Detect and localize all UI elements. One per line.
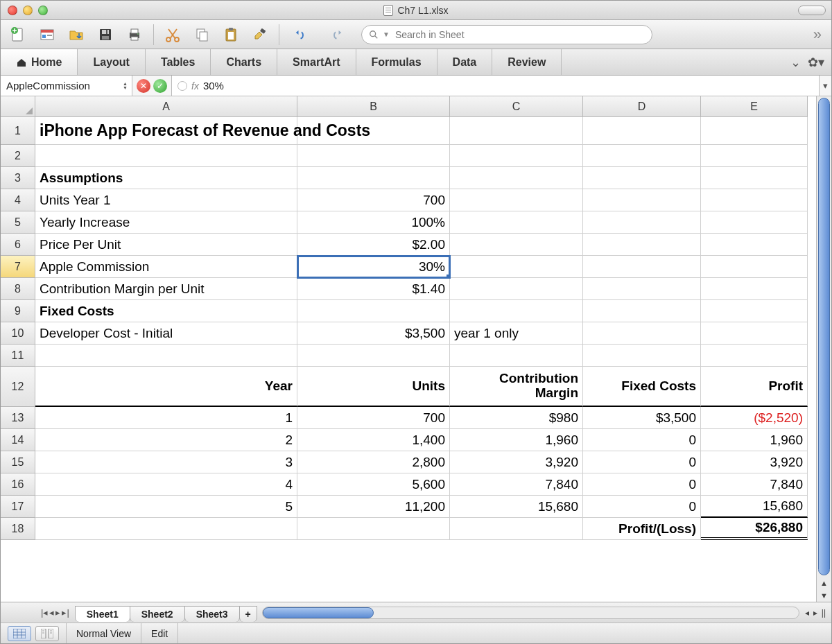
scroll-down-button[interactable]: ▼ <box>817 589 831 602</box>
cell-A1[interactable]: iPhone App Forecast of Revenue and Costs <box>35 117 297 145</box>
tab-nav-last[interactable]: ▸| <box>62 607 69 618</box>
search-input[interactable] <box>394 28 645 41</box>
ribbon-tab-layout[interactable]: Layout <box>78 49 145 75</box>
row-header-3[interactable]: 3 <box>1 167 35 189</box>
sheet-tab-3[interactable]: Sheet3 <box>184 606 240 622</box>
undo-button[interactable] <box>285 23 318 46</box>
cell-A13[interactable]: 1 <box>35 407 297 429</box>
search-box[interactable]: ▼ <box>361 25 652 44</box>
page-layout-view-button[interactable] <box>35 626 59 641</box>
cell-D4[interactable] <box>583 189 701 211</box>
vertical-scrollbar[interactable]: ▲ ▼ <box>816 96 831 602</box>
cell-B7[interactable]: 30% <box>297 256 450 278</box>
cell-B15[interactable]: 2,800 <box>297 451 450 473</box>
cell-D16[interactable]: 0 <box>583 473 701 496</box>
cell-D9[interactable] <box>583 300 701 322</box>
cell-E11[interactable] <box>701 345 808 367</box>
confirm-edit-button[interactable]: ✓ <box>153 79 167 93</box>
cell-B17[interactable]: 11,200 <box>297 496 450 518</box>
row-header-17[interactable]: 17 <box>1 496 35 518</box>
toolbar-pill-button[interactable] <box>798 6 826 15</box>
row-header-15[interactable]: 15 <box>1 451 35 473</box>
cell-C11[interactable] <box>450 345 583 367</box>
cell-C2[interactable] <box>450 145 583 167</box>
cell-A9[interactable]: Fixed Costs <box>35 300 297 322</box>
row-header-6[interactable]: 6 <box>1 234 35 256</box>
cell-C12[interactable]: Contribution Margin <box>450 367 583 407</box>
cell-B18[interactable] <box>297 518 450 540</box>
scrollbar-thumb[interactable] <box>818 98 830 575</box>
cell-D17[interactable]: 0 <box>583 496 701 518</box>
ribbon-collapse-button[interactable]: ⌄ <box>790 55 801 70</box>
cell-B12[interactable]: Units <box>297 367 450 407</box>
row-header-12[interactable]: 12 <box>1 367 35 407</box>
cell-D3[interactable] <box>583 167 701 189</box>
cell-C5[interactable] <box>450 211 583 234</box>
cell-D12[interactable]: Fixed Costs <box>583 367 701 407</box>
cell-B13[interactable]: 700 <box>297 407 450 429</box>
cell-D6[interactable] <box>583 234 701 256</box>
cell-E4[interactable] <box>701 189 808 211</box>
cell-A17[interactable]: 5 <box>35 496 297 518</box>
cell-E13[interactable]: ($2,520) <box>701 407 808 429</box>
paste-button[interactable] <box>218 23 244 46</box>
cell-E16[interactable]: 7,840 <box>701 473 808 496</box>
cancel-edit-button[interactable]: ✕ <box>137 79 150 93</box>
ribbon-tab-review[interactable]: Review <box>492 49 562 75</box>
row-header-2[interactable]: 2 <box>1 145 35 167</box>
cell-A12[interactable]: Year <box>35 367 297 407</box>
normal-view-button[interactable] <box>8 626 31 641</box>
cell-D5[interactable] <box>583 211 701 234</box>
cell-C10[interactable]: year 1 only <box>450 322 583 345</box>
cell-C14[interactable]: 1,960 <box>450 429 583 451</box>
add-sheet-button[interactable]: + <box>239 606 257 622</box>
cell-C13[interactable]: $980 <box>450 407 583 429</box>
ribbon-tab-tables[interactable]: Tables <box>146 49 211 75</box>
cell-E6[interactable] <box>701 234 808 256</box>
cell-B3[interactable] <box>297 167 450 189</box>
cell-E3[interactable] <box>701 167 808 189</box>
name-box-stepper[interactable]: ▲▼ <box>123 82 128 90</box>
scrollbar-thumb[interactable] <box>263 607 374 618</box>
cell-A3[interactable]: Assumptions <box>35 167 297 189</box>
cell-B6[interactable]: $2.00 <box>297 234 450 256</box>
cell-C3[interactable] <box>450 167 583 189</box>
cell-A8[interactable]: Contribution Margin per Unit <box>35 278 297 300</box>
formula-bar-expand-button[interactable]: ▾ <box>819 76 831 96</box>
cell-C17[interactable]: 15,680 <box>450 496 583 518</box>
row-header-1[interactable]: 1 <box>1 117 35 145</box>
ribbon-settings-button[interactable]: ✿▾ <box>808 55 824 70</box>
sheet-tab-1[interactable]: Sheet1 <box>75 606 130 622</box>
tab-nav-first[interactable]: |◂ <box>41 607 48 618</box>
column-header-D[interactable]: D <box>583 96 701 117</box>
cell-A11[interactable] <box>35 345 297 367</box>
format-painter-button[interactable] <box>247 23 273 46</box>
cell-E1[interactable] <box>701 117 808 145</box>
cell-D7[interactable] <box>583 256 701 278</box>
row-header-9[interactable]: 9 <box>1 300 35 322</box>
cell-D15[interactable]: 0 <box>583 451 701 473</box>
toolbar-overflow-button[interactable]: » <box>813 26 827 44</box>
cell-D14[interactable]: 0 <box>583 429 701 451</box>
cell-A2[interactable] <box>35 145 297 167</box>
cell-E12[interactable]: Profit <box>701 367 808 407</box>
zoom-window-button[interactable] <box>38 6 48 15</box>
horizontal-scrollbar[interactable] <box>262 607 799 619</box>
close-window-button[interactable] <box>8 6 17 15</box>
redo-button[interactable] <box>321 23 354 46</box>
cut-button[interactable] <box>159 23 186 46</box>
cell-A5[interactable]: Yearly Increase <box>35 211 297 234</box>
ribbon-tab-data[interactable]: Data <box>437 49 493 75</box>
select-all-corner[interactable] <box>1 96 35 117</box>
formula-input[interactable]: fx 30% <box>172 76 819 96</box>
cell-C16[interactable]: 7,840 <box>450 473 583 496</box>
cell-B8[interactable]: $1.40 <box>297 278 450 300</box>
cell-E2[interactable] <box>701 145 808 167</box>
column-header-E[interactable]: E <box>701 96 808 117</box>
row-header-13[interactable]: 13 <box>1 407 35 429</box>
cell-E5[interactable] <box>701 211 808 234</box>
column-header-B[interactable]: B <box>297 96 450 117</box>
templates-button[interactable] <box>34 23 60 46</box>
cell-E15[interactable]: 3,920 <box>701 451 808 473</box>
new-workbook-button[interactable] <box>5 23 31 46</box>
